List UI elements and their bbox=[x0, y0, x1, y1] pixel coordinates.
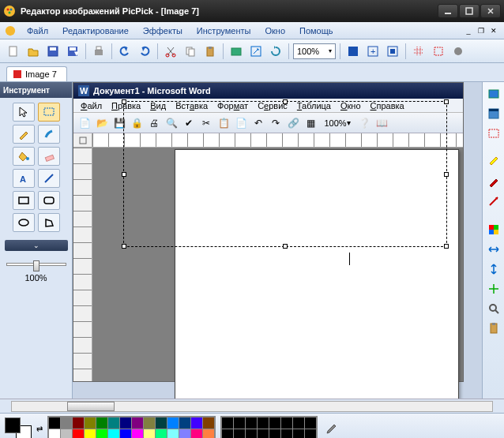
foreground-color-swatch[interactable] bbox=[5, 417, 21, 433]
color-swatch[interactable] bbox=[85, 417, 96, 429]
copy-button[interactable] bbox=[182, 43, 199, 60]
color-swatch[interactable] bbox=[203, 429, 214, 438]
color-swatch[interactable] bbox=[73, 417, 84, 429]
paste-button[interactable] bbox=[201, 43, 219, 60]
color-swatch[interactable] bbox=[191, 429, 202, 438]
color-swatch[interactable] bbox=[73, 429, 84, 438]
color-swatch[interactable] bbox=[132, 429, 143, 438]
tool-brush[interactable] bbox=[38, 125, 60, 144]
canvas-area[interactable]: W Документ1 - Microsoft Word Файл Правка… bbox=[73, 82, 482, 399]
color-swatch[interactable] bbox=[132, 417, 143, 429]
color-swatch[interactable] bbox=[49, 417, 60, 429]
color-swatch[interactable] bbox=[179, 429, 190, 438]
custom-swatch[interactable] bbox=[293, 417, 304, 429]
open-button[interactable] bbox=[24, 43, 42, 60]
save-button[interactable] bbox=[44, 43, 62, 60]
close-button[interactable] bbox=[480, 4, 501, 18]
custom-swatch[interactable] bbox=[281, 417, 292, 429]
maximize-button[interactable] bbox=[459, 4, 480, 18]
custom-swatch[interactable] bbox=[293, 429, 304, 438]
rotate-button[interactable] bbox=[267, 43, 284, 60]
custom-swatch[interactable] bbox=[305, 429, 316, 438]
custom-swatch[interactable] bbox=[222, 417, 233, 429]
rtool-clipboard[interactable] bbox=[485, 320, 502, 337]
custom-swatch[interactable] bbox=[246, 417, 257, 429]
undo-button[interactable] bbox=[116, 43, 134, 60]
tool-roundrect[interactable] bbox=[38, 191, 60, 210]
resize-button[interactable] bbox=[247, 43, 265, 60]
tool-ellipse[interactable] bbox=[13, 213, 35, 232]
menu-window[interactable]: Окно bbox=[258, 24, 291, 37]
custom-swatch[interactable] bbox=[234, 429, 245, 438]
custom-swatch[interactable] bbox=[258, 417, 269, 429]
selection-frame-button[interactable] bbox=[430, 43, 447, 60]
menu-tools[interactable]: Инструменты bbox=[190, 24, 258, 37]
color-swatch[interactable] bbox=[156, 417, 167, 429]
tool-pointer[interactable] bbox=[13, 103, 35, 122]
fullscreen-button[interactable] bbox=[344, 43, 362, 60]
print-button[interactable] bbox=[90, 43, 107, 60]
rtool-capture-region[interactable] bbox=[485, 125, 502, 142]
color-swatch[interactable] bbox=[191, 417, 202, 429]
rtool-crosshair[interactable] bbox=[485, 280, 502, 298]
mdi-close-button[interactable]: ✕ bbox=[488, 26, 499, 36]
capture-button[interactable] bbox=[228, 43, 245, 60]
color-swatch[interactable] bbox=[61, 429, 72, 438]
tool-fill[interactable] bbox=[13, 147, 35, 166]
tool-pencil[interactable] bbox=[13, 125, 35, 144]
color-swatch[interactable] bbox=[61, 417, 72, 429]
zoom-combobox[interactable]: 100% bbox=[293, 43, 336, 59]
menu-help[interactable]: Помощь bbox=[293, 24, 340, 37]
custom-swatch[interactable] bbox=[234, 417, 245, 429]
tool-rect[interactable] bbox=[13, 191, 35, 210]
rtool-highlight[interactable] bbox=[485, 153, 502, 170]
tool-line[interactable] bbox=[38, 169, 60, 188]
zoom-slider[interactable] bbox=[6, 259, 66, 270]
color-swatch[interactable] bbox=[96, 429, 107, 438]
rtool-pen[interactable] bbox=[485, 173, 502, 190]
color-swatch[interactable] bbox=[96, 417, 107, 429]
tool-polygon[interactable] bbox=[38, 213, 60, 232]
color-swatch[interactable] bbox=[108, 429, 119, 438]
color-swatch[interactable] bbox=[179, 417, 190, 429]
custom-swatch[interactable] bbox=[269, 429, 280, 438]
new-button[interactable] bbox=[5, 43, 22, 60]
menu-effects[interactable]: Эффекты bbox=[137, 24, 189, 37]
color-swatch[interactable] bbox=[144, 429, 155, 438]
color-swatch[interactable] bbox=[156, 429, 167, 438]
color-swatch[interactable] bbox=[203, 417, 214, 429]
grid-button[interactable] bbox=[410, 43, 427, 60]
saveas-button[interactable]: ▾ bbox=[64, 43, 81, 60]
custom-swatch[interactable] bbox=[246, 429, 257, 438]
rtool-capture-screen[interactable] bbox=[485, 85, 502, 103]
custom-swatch[interactable] bbox=[269, 417, 280, 429]
minimize-button[interactable] bbox=[438, 4, 458, 18]
menu-edit[interactable]: Редактирование bbox=[56, 24, 135, 37]
rtool-colors[interactable] bbox=[485, 221, 502, 238]
custom-swatch[interactable] bbox=[258, 429, 269, 438]
effects-dropdown-button[interactable] bbox=[449, 43, 467, 60]
redo-button[interactable] bbox=[136, 43, 153, 60]
tool-eraser[interactable] bbox=[38, 147, 60, 166]
color-swatch[interactable] bbox=[49, 429, 60, 438]
rtool-width-horizontal[interactable] bbox=[485, 241, 502, 258]
scrollbar-thumb[interactable] bbox=[67, 402, 115, 411]
horizontal-scrollbar[interactable] bbox=[0, 399, 504, 413]
rtool-arrow[interactable] bbox=[485, 193, 502, 210]
color-swatch[interactable] bbox=[167, 429, 179, 438]
color-swatch[interactable] bbox=[167, 417, 179, 429]
rtool-capture-window[interactable] bbox=[485, 105, 502, 122]
cut-button[interactable] bbox=[162, 43, 179, 60]
custom-swatch[interactable] bbox=[222, 429, 233, 438]
tools-expand-button[interactable]: ⌄ bbox=[5, 240, 68, 251]
tool-select-rect[interactable] bbox=[38, 103, 60, 122]
fit-button[interactable]: + bbox=[364, 43, 382, 60]
custom-swatch[interactable] bbox=[281, 429, 292, 438]
menu-file[interactable]: Файл bbox=[21, 24, 55, 37]
mdi-restore-button[interactable]: ❐ bbox=[476, 26, 487, 36]
color-swatch[interactable] bbox=[144, 417, 155, 429]
color-swatch[interactable] bbox=[120, 429, 131, 438]
color-swatch[interactable] bbox=[85, 429, 96, 438]
eyedropper-button[interactable] bbox=[322, 421, 340, 438]
mdi-minimize-button[interactable]: _ bbox=[463, 26, 474, 36]
